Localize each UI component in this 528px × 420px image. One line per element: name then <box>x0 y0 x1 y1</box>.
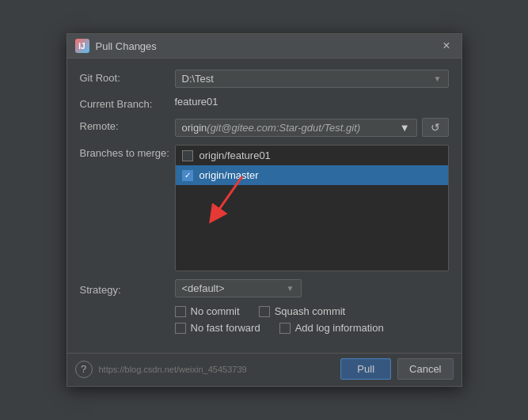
refresh-button[interactable]: ↺ <box>422 118 449 137</box>
strategy-value: <default> <box>182 282 225 294</box>
strategy-dropdown[interactable]: <default> ▼ <box>175 279 302 297</box>
pull-changes-dialog: IJ Pull Changes × Git Root: D:\Test ▼ Cu… <box>66 33 462 387</box>
no-fast-forward-label: No fast forward <box>191 322 260 334</box>
branches-control: origin/feature01 origin/master <box>175 145 449 271</box>
strategy-control: <default> ▼ <box>175 279 449 297</box>
strategy-label: Strategy: <box>80 282 175 296</box>
dialog-content: Git Root: D:\Test ▼ Current Branch: feat… <box>67 59 462 346</box>
add-log-label: Add log information <box>295 322 384 334</box>
git-root-dropdown[interactable]: D:\Test ▼ <box>175 70 449 88</box>
squash-commit-checkbox[interactable] <box>259 306 270 317</box>
dialog-title: Pull Changes <box>96 40 157 52</box>
git-root-label: Git Root: <box>80 70 175 84</box>
current-branch-label: Current Branch: <box>80 96 175 110</box>
remote-row: Remote: origin(git@gitee.com:Star-gdut/T… <box>80 118 449 137</box>
options-row-2: No fast forward Add log information <box>175 322 449 334</box>
footer-url: https://blog.csdn.net/weixin_45453739 <box>99 365 247 374</box>
help-button[interactable]: ? <box>75 361 93 378</box>
branches-row: Branches to merge: origin/feature01 orig… <box>80 145 449 271</box>
remote-prefix: origin <box>182 122 207 134</box>
branch-item-master[interactable]: origin/master <box>176 165 448 185</box>
title-bar-left: IJ Pull Changes <box>75 39 157 53</box>
git-root-value: D:\Test <box>182 73 214 85</box>
no-commit-checkbox[interactable] <box>175 306 186 317</box>
no-commit-option[interactable]: No commit <box>175 305 240 317</box>
branch-label-master: origin/master <box>199 169 259 181</box>
strategy-dropdown-arrow: ▼ <box>287 284 294 293</box>
branch-checkbox-feature01[interactable] <box>182 150 193 161</box>
squash-commit-option[interactable]: Squash commit <box>259 305 346 317</box>
branches-list: origin/feature01 origin/master <box>175 145 449 271</box>
branch-label-feature01: origin/feature01 <box>199 149 271 161</box>
remote-input-row: origin(git@gitee.com:Star-gdut/Test.git)… <box>175 118 449 137</box>
footer-left: ? https://blog.csdn.net/weixin_45453739 <box>75 361 247 378</box>
cancel-button[interactable]: Cancel <box>397 358 453 380</box>
git-root-dropdown-arrow: ▼ <box>434 74 442 83</box>
pull-button[interactable]: Pull <box>340 358 391 380</box>
git-root-row: Git Root: D:\Test ▼ <box>80 70 449 88</box>
dialog-footer: ? https://blog.csdn.net/weixin_45453739 … <box>67 353 462 386</box>
remote-control: origin(git@gitee.com:Star-gdut/Test.git)… <box>175 118 449 137</box>
add-log-option[interactable]: Add log information <box>279 322 384 334</box>
add-log-checkbox[interactable] <box>279 323 291 334</box>
footer-right: Pull Cancel <box>340 358 453 380</box>
remote-dropdown-arrow: ▼ <box>400 122 410 134</box>
no-fast-forward-option[interactable]: No fast forward <box>175 322 260 334</box>
remote-label: Remote: <box>80 118 175 132</box>
no-commit-label: No commit <box>191 305 240 317</box>
git-root-control: D:\Test ▼ <box>175 70 449 88</box>
no-fast-forward-checkbox[interactable] <box>175 323 186 334</box>
remote-italic: (git@gitee.com:Star-gdut/Test.git) <box>207 122 360 134</box>
current-branch-control: feature01 <box>175 96 449 108</box>
close-button[interactable]: × <box>439 40 453 52</box>
branches-label: Branches to merge: <box>80 145 175 159</box>
remote-text: origin(git@gitee.com:Star-gdut/Test.git) <box>182 122 361 134</box>
app-icon: IJ <box>75 39 89 53</box>
strategy-row: Strategy: <default> ▼ <box>80 279 449 297</box>
squash-commit-label: Squash commit <box>275 305 346 317</box>
branch-item-feature01[interactable]: origin/feature01 <box>176 146 448 165</box>
remote-dropdown[interactable]: origin(git@gitee.com:Star-gdut/Test.git)… <box>175 119 417 137</box>
title-bar: IJ Pull Changes × <box>67 34 462 59</box>
current-branch-value: feature01 <box>175 93 218 108</box>
options-row-1: No commit Squash commit <box>175 305 449 317</box>
branch-checkbox-master[interactable] <box>182 170 193 181</box>
current-branch-row: Current Branch: feature01 <box>80 96 449 110</box>
